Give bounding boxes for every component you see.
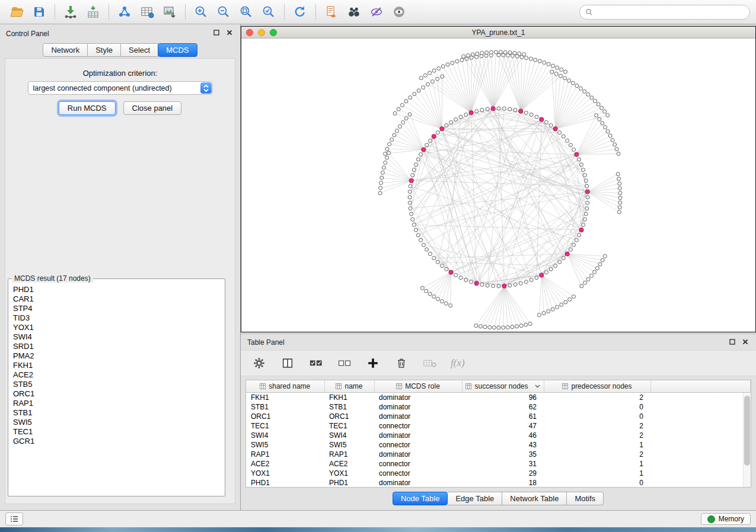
table-scrollbar[interactable] <box>743 393 751 487</box>
mcds-result-item[interactable]: PMA2 <box>13 351 220 361</box>
mcds-result-item[interactable]: SRD1 <box>13 342 220 351</box>
import-network-button[interactable] <box>60 2 81 21</box>
close-panel-icon[interactable] <box>742 338 749 345</box>
mcds-result-item[interactable]: CAR1 <box>13 294 220 304</box>
mcds-result-item[interactable]: SWI4 <box>13 332 220 342</box>
table-row[interactable]: SWI5SWI5connector431 <box>246 440 751 450</box>
window-traffic-lights <box>246 27 277 38</box>
network-window-titlebar[interactable]: YPA_prune.txt_1 <box>241 27 755 39</box>
show-columns-button[interactable] <box>280 355 295 371</box>
add-column-button[interactable] <box>365 355 381 371</box>
table-row[interactable]: PHD1PHD1dominator180 <box>246 478 751 488</box>
table-row[interactable]: SWI4SWI4dominator462 <box>246 431 751 440</box>
column-header-name[interactable]: name <box>324 380 374 393</box>
zoom-in-button[interactable] <box>190 2 212 21</box>
minimize-window-icon[interactable] <box>258 29 265 36</box>
tab-network[interactable]: Network <box>43 43 88 57</box>
network-table-icon <box>140 5 154 19</box>
eye-icon <box>392 5 406 19</box>
column-grid-icon <box>465 383 471 389</box>
table-row[interactable]: FKH1FKH1dominator962 <box>246 393 751 403</box>
unchecked-boxes-icon <box>337 357 352 370</box>
maximize-window-icon[interactable] <box>270 29 277 36</box>
deselect-all-button[interactable] <box>337 355 352 371</box>
save-session-button[interactable] <box>28 2 50 21</box>
new-network-button[interactable] <box>114 2 135 21</box>
network-table-button[interactable] <box>136 2 158 21</box>
table-row[interactable]: ACE2ACE2connector311 <box>246 459 751 469</box>
search-input[interactable] <box>596 7 744 17</box>
import-table-icon <box>86 5 100 19</box>
tab-style[interactable]: Style <box>88 43 121 57</box>
column-header-predecessor-nodes[interactable]: predecessor nodes <box>544 380 650 393</box>
network-view-window: YPA_prune.txt_1 <box>241 26 756 332</box>
tab-node-table[interactable]: Node Table <box>393 492 448 505</box>
mcds-result-item[interactable]: ORC1 <box>13 389 220 399</box>
mcds-result-item[interactable]: STB1 <box>13 408 220 418</box>
table-row[interactable]: RAP1RAP1dominator352 <box>246 450 751 459</box>
hide-annotations-button[interactable] <box>366 2 387 21</box>
mcds-result-item[interactable]: FKH1 <box>13 361 220 370</box>
mcds-result-item[interactable]: PHD1 <box>13 285 220 294</box>
table-tabs: Node TableEdge TableNetwork TableMotifs <box>241 492 756 505</box>
mcds-result-item[interactable]: SWI5 <box>13 418 220 427</box>
mcds-result-item[interactable]: TEC1 <box>13 427 220 437</box>
optimization-criterion-select[interactable]: largest connected component (undirected) <box>28 81 213 95</box>
search-box[interactable] <box>579 5 750 20</box>
mcds-result-item[interactable]: YOX1 <box>13 323 220 332</box>
mcds-result-item[interactable]: STP4 <box>13 304 220 313</box>
memory-button[interactable]: Memory <box>701 513 751 525</box>
close-panel-button[interactable]: Close panel <box>123 101 182 115</box>
table-header-row: shared namenameMCDS rolesuccessor nodesp… <box>246 380 751 393</box>
mcds-result-item[interactable]: TID3 <box>13 313 220 323</box>
column-header-MCDS-role[interactable]: MCDS role <box>374 380 462 393</box>
delete-column-button[interactable] <box>394 355 409 371</box>
plus-icon <box>366 357 379 370</box>
optimization-criterion-label: Optimization criterion: <box>5 69 235 78</box>
table-scrollbar-thumb[interactable] <box>744 396 750 466</box>
mcds-buttons: Run MCDS Close panel <box>5 101 235 115</box>
close-window-icon[interactable] <box>246 29 253 36</box>
binoculars-button[interactable] <box>343 2 365 21</box>
table-row[interactable]: YOX1YOX1connector291 <box>246 469 751 478</box>
refresh-button[interactable] <box>289 2 311 21</box>
table-row[interactable]: ORC1ORC1dominator610 <box>246 412 751 421</box>
tab-network-table[interactable]: Network Table <box>502 492 567 505</box>
float-panel-icon[interactable] <box>213 29 220 36</box>
tab-select[interactable]: Select <box>121 43 158 57</box>
zoom-fit-button[interactable] <box>235 2 257 21</box>
show-graphics-button[interactable] <box>388 2 410 21</box>
column-header-successor-nodes[interactable]: successor nodes <box>462 380 544 393</box>
zoom-selected-button[interactable] <box>258 2 279 21</box>
table-panel-title: Table Panel <box>247 338 285 347</box>
mcds-result-item[interactable]: GCR1 <box>13 437 220 446</box>
mcds-result-list[interactable]: PHD1CAR1STP4TID3YOX1SWI4SRD1PMA2FKH1ACE2… <box>9 284 224 495</box>
run-mcds-button[interactable]: Run MCDS <box>59 101 116 115</box>
close-panel-icon[interactable] <box>226 29 233 36</box>
open-session-button[interactable] <box>6 2 27 21</box>
desktop-wallpaper-strip <box>0 527 756 532</box>
open-folder-icon <box>9 5 24 19</box>
task-history-button[interactable] <box>5 512 23 525</box>
tab-motifs[interactable]: Motifs <box>567 492 604 505</box>
zoom-out-button[interactable] <box>213 2 234 21</box>
tab-mcds[interactable]: MCDS <box>158 43 197 57</box>
network-canvas[interactable] <box>241 39 755 332</box>
import-table-button[interactable] <box>82 2 104 21</box>
network-graph[interactable] <box>241 39 755 332</box>
select-all-button[interactable] <box>308 355 324 371</box>
mcds-result-item[interactable]: ACE2 <box>13 370 220 380</box>
table-settings-button[interactable] <box>251 355 267 371</box>
optimization-criterion-value: largest connected component (undirected) <box>28 84 200 92</box>
export-image-button[interactable] <box>159 2 180 21</box>
column-header-shared-name[interactable]: shared name <box>246 380 324 393</box>
table-row[interactable]: STB1STB1dominator620 <box>246 402 751 412</box>
share-document-button[interactable] <box>321 2 342 21</box>
table-row[interactable]: TEC1TEC1connector472 <box>246 421 751 431</box>
function-builder-button[interactable]: f(x) <box>451 357 465 369</box>
control-panel: Control Panel NetworkStyleSelectMCDS Opt… <box>0 24 241 510</box>
tab-edge-table[interactable]: Edge Table <box>448 492 502 505</box>
mcds-result-item[interactable]: STB5 <box>13 380 220 389</box>
mcds-result-item[interactable]: RAP1 <box>13 399 220 408</box>
float-panel-icon[interactable] <box>729 338 736 345</box>
